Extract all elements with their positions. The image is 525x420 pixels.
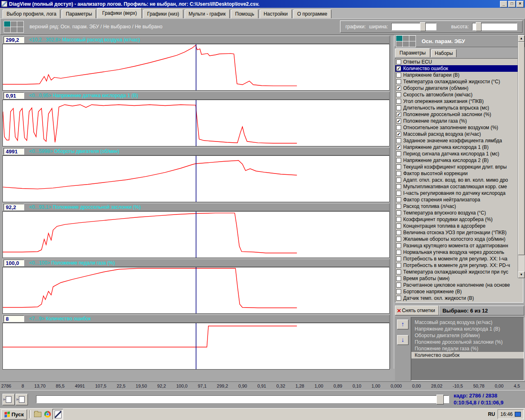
scrollbar-thumb[interactable] (518, 42, 525, 255)
param-item[interactable]: I-часть регулирования по датчику кислоро… (395, 190, 523, 196)
param-item[interactable]: Нормальная утечка воздуха через дроссель (395, 249, 523, 256)
checkbox-icon[interactable] (396, 59, 401, 64)
move-down-button[interactable]: ↓ (397, 335, 409, 345)
close-button[interactable]: × (516, 1, 524, 7)
tab-sets[interactable]: Наборы (431, 49, 457, 57)
param-item[interactable]: Напряжение батареи (В) (395, 72, 523, 78)
minimize-button[interactable]: _ (500, 1, 507, 7)
param-item[interactable]: Датчик темп. охл. жидкости (В) (395, 295, 523, 301)
param-item[interactable]: Разница крутящего момента от адаптирован… (395, 242, 523, 249)
param-item[interactable]: Адапт. откл. расх. возд. во вп. колл. ми… (395, 177, 523, 183)
height-slider[interactable] (472, 23, 517, 30)
param-item[interactable]: ✓Количество ошибок (395, 65, 523, 72)
param-item[interactable]: ✓Напряжение датчика кислорода 1 (В) (395, 144, 523, 151)
checkbox-checked-icon[interactable]: ✓ (396, 119, 401, 123)
height-slider-thumb[interactable] (476, 22, 482, 31)
selected-param-item[interactable]: Положение педали газа (%) (411, 345, 524, 352)
param-item[interactable]: Потребность в моменте для регулир. ХХ: P… (395, 262, 523, 269)
checkbox-icon[interactable] (396, 73, 401, 78)
checkbox-icon[interactable] (396, 263, 401, 268)
language-indicator[interactable]: RU (486, 411, 498, 417)
selected-param-item[interactable]: Количество ошибок (411, 352, 524, 358)
checkbox-icon[interactable] (396, 210, 401, 215)
graph-plot[interactable] (2, 44, 390, 91)
param-item[interactable]: ✓Положение педали газа (%) (395, 118, 523, 124)
checkbox-icon[interactable] (396, 276, 401, 281)
param-item[interactable]: Угол опережения зажигания (°ПКВ) (395, 98, 523, 105)
checkbox-icon[interactable] (396, 243, 401, 248)
tab[interactable]: Помощь (231, 9, 258, 18)
param-item[interactable]: Коэффициент продувки адсорбера (%) (395, 216, 523, 223)
quick-launch-folder-button[interactable] (33, 409, 43, 419)
param-item[interactable]: Величина отскока УОЗ при детонации (°ПКВ… (395, 229, 523, 236)
param-item[interactable]: Желаемые обороты холостого хода (об/мин) (395, 236, 523, 242)
checkbox-icon[interactable] (396, 237, 401, 242)
selected-param-item[interactable]: Обороты двигателя (об/мин) (411, 332, 524, 339)
param-item[interactable]: Ответы ECU (395, 59, 523, 65)
checkbox-checked-icon[interactable]: ✓ (396, 145, 401, 150)
param-item[interactable]: Текущий коэффициент коррекции длит. впры (395, 164, 523, 170)
param-item[interactable]: Время работы (мин) (395, 275, 523, 282)
checkbox-icon[interactable] (396, 92, 401, 97)
param-item[interactable]: Температура охлаждающей жидкости при пус (395, 269, 523, 275)
param-list-scrollbar[interactable]: ▲ ▼ (518, 35, 525, 278)
tab[interactable]: Графики (верх) (97, 8, 142, 18)
param-item[interactable]: Фактор высотной коррекции (395, 170, 523, 177)
param-item[interactable]: Относительное заполнение воздухом (%) (395, 124, 523, 131)
panel-splitter[interactable] (390, 36, 394, 369)
checkbox-icon[interactable] (396, 125, 401, 130)
panel-grid-icon[interactable] (396, 35, 416, 47)
maximize-button[interactable]: □ (508, 1, 516, 7)
checkbox-checked-icon[interactable]: ✓ (396, 132, 401, 137)
checkbox-icon[interactable] (396, 164, 401, 169)
graph-plot[interactable] (2, 267, 390, 314)
param-item[interactable]: Период сигнала датчика кислорода 1 (мс) (395, 151, 523, 157)
tab-parameters[interactable]: Параметры (395, 48, 430, 57)
selected-param-item[interactable]: Напряжение датчика кислорода 1 (В) (411, 326, 524, 332)
graph-plot[interactable] (2, 211, 390, 258)
checkbox-icon[interactable] (396, 296, 401, 301)
param-item[interactable]: Бортовое напряжение (В) (395, 288, 523, 295)
layout-grid-icon[interactable] (4, 21, 24, 33)
param-item[interactable]: Температура впускного воздуха (°С) (395, 210, 523, 216)
param-item[interactable]: Потребность в моменте для регулир. ХХ: I… (395, 256, 523, 262)
param-item[interactable]: Фактор старения нейтрализатора (395, 196, 523, 203)
tab[interactable]: Графики (низ) (143, 9, 183, 18)
checkbox-icon[interactable] (396, 197, 401, 202)
param-item[interactable]: ✓Массовый расход воздуха (кг/час) (395, 131, 523, 137)
param-item[interactable]: ✓Положение дроссельной заслонки (%) (395, 111, 523, 118)
checkbox-icon[interactable] (396, 217, 401, 222)
checkbox-icon[interactable] (396, 151, 401, 156)
checkbox-icon[interactable] (396, 158, 401, 163)
param-item[interactable]: Температура охлаждающей жидкости (°С) (395, 78, 523, 85)
export-file-button[interactable] (16, 394, 28, 405)
checkbox-icon[interactable] (396, 191, 401, 196)
selected-param-item[interactable]: Массовый расход воздуха (кг/час) (411, 319, 524, 326)
tab[interactable]: Мульти - график (185, 9, 230, 18)
selected-param-item[interactable]: Положение дроссельной заслонки (%) (411, 339, 524, 345)
param-item[interactable]: Расход топлива (л/час) (395, 203, 523, 210)
width-slider[interactable] (391, 23, 436, 30)
checkbox-icon[interactable] (396, 250, 401, 255)
checkbox-icon[interactable] (396, 289, 401, 294)
checkbox-icon[interactable] (396, 256, 401, 261)
graph-plot[interactable] (2, 100, 390, 146)
param-item[interactable]: Расчитанное цикловое наполнение (на осно… (395, 282, 523, 288)
checkbox-icon[interactable] (396, 79, 401, 84)
checkbox-icon[interactable] (396, 184, 401, 189)
frame-slider-thumb[interactable] (436, 395, 444, 404)
param-item[interactable]: Мультипликативная составляющая корр. сме (395, 183, 523, 190)
checkbox-checked-icon[interactable]: ✓ (396, 66, 401, 71)
tab[interactable]: Параметры (62, 9, 96, 18)
width-slider-thumb[interactable] (420, 22, 426, 31)
checkbox-icon[interactable] (396, 99, 401, 104)
param-item[interactable]: Скорость автомобиля (км/час) (395, 91, 523, 98)
export-frame-button[interactable] (2, 394, 15, 405)
checkbox-icon[interactable] (396, 105, 401, 110)
clear-marks-button[interactable]: × Снять отметки (395, 306, 439, 315)
param-item[interactable]: Длительность импульса впрыска (мс) (395, 105, 523, 111)
move-up-button[interactable]: ↑ (397, 320, 409, 329)
graph-plot[interactable] (2, 323, 390, 370)
checkbox-icon[interactable] (396, 224, 401, 228)
tab[interactable]: Выбор профиля, лога (2, 9, 60, 18)
